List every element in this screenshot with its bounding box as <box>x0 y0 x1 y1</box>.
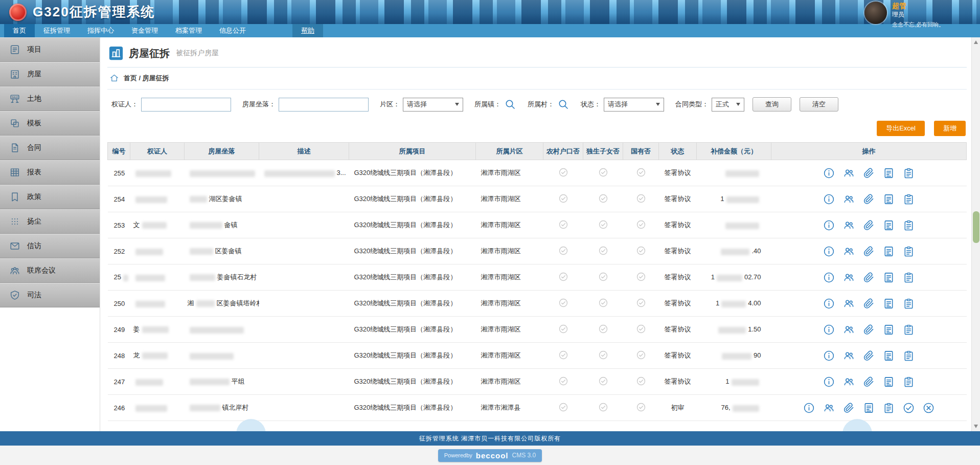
table-row[interactable]: 252区姜畲镇G320绕城线三期项目（湘潭县段）湘潭市雨湖区签署协议.40 <box>108 238 967 264</box>
village-search-icon[interactable] <box>557 98 569 110</box>
attachment-icon[interactable] <box>863 350 875 362</box>
avatar[interactable] <box>864 2 887 24</box>
attachment-icon[interactable] <box>843 402 855 414</box>
attachment-icon[interactable] <box>863 272 875 283</box>
form-icon[interactable] <box>883 167 895 179</box>
town-search-icon[interactable] <box>504 98 516 110</box>
export-excel-button[interactable]: 导出Excel <box>877 121 925 136</box>
clipboard-icon[interactable] <box>883 402 895 414</box>
scroll-up-arrow-icon[interactable] <box>974 40 978 44</box>
members-icon[interactable] <box>843 272 855 283</box>
attachment-icon[interactable] <box>863 193 875 205</box>
attachment-icon[interactable] <box>863 167 875 179</box>
clipboard-icon[interactable] <box>903 193 915 205</box>
info-icon[interactable] <box>823 219 835 231</box>
column-header-1[interactable]: 权证人 <box>130 143 185 160</box>
members-icon[interactable] <box>843 246 855 257</box>
form-icon[interactable] <box>883 193 895 205</box>
column-header-8[interactable]: 国有否 <box>623 143 659 160</box>
column-header-10[interactable]: 补偿金额（元） <box>697 143 771 160</box>
form-icon[interactable] <box>883 350 895 362</box>
info-icon[interactable] <box>823 193 835 205</box>
info-icon[interactable] <box>823 350 835 362</box>
sidebar-item-5[interactable]: 报表 <box>0 160 100 185</box>
clipboard-icon[interactable] <box>903 324 915 336</box>
column-header-2[interactable]: 房屋坐落 <box>185 143 259 160</box>
sidebar-item-9[interactable]: 联席会议 <box>0 258 100 283</box>
info-icon[interactable] <box>823 298 835 309</box>
attachment-icon[interactable] <box>863 376 875 388</box>
form-icon[interactable] <box>883 272 895 283</box>
table-row[interactable]: 247平组G320绕城线三期项目（湘潭县段）湘潭市雨湖区签署协议1 <box>108 369 967 395</box>
home-icon[interactable] <box>109 73 119 83</box>
info-icon[interactable] <box>823 324 835 336</box>
members-icon[interactable] <box>843 376 855 388</box>
form-icon[interactable] <box>863 402 875 414</box>
approve-icon[interactable] <box>903 402 915 414</box>
column-header-0[interactable]: 编号 <box>108 143 130 160</box>
clipboard-icon[interactable] <box>903 167 915 179</box>
clipboard-icon[interactable] <box>903 376 915 388</box>
column-header-7[interactable]: 独生子女否 <box>583 143 623 160</box>
nav-item-4[interactable]: 档案管理 <box>167 24 211 37</box>
reject-icon[interactable] <box>923 402 935 414</box>
sidebar-item-10[interactable]: 司法 <box>0 283 100 307</box>
sidebar-item-8[interactable]: 信访 <box>0 234 100 258</box>
sidebar-item-1[interactable]: 房屋 <box>0 62 100 86</box>
table-row[interactable]: 249姜G320绕城线三期项目（湘潭县段）湘潭市雨湖区签署协议1.50 <box>108 317 967 343</box>
nav-item-0[interactable]: 首页 <box>4 24 35 37</box>
form-icon[interactable] <box>883 298 895 309</box>
clipboard-icon[interactable] <box>903 219 915 231</box>
owner-filter-input[interactable] <box>141 98 231 112</box>
address-filter-input[interactable] <box>279 98 369 112</box>
attachment-icon[interactable] <box>863 246 875 257</box>
table-row[interactable]: 2553...G320绕城线三期项目（湘潭县段）湘潭市雨湖区签署协议 <box>108 160 967 186</box>
form-icon[interactable] <box>883 219 895 231</box>
query-button[interactable]: 查询 <box>753 97 791 112</box>
members-icon[interactable] <box>843 219 855 231</box>
sidebar-item-7[interactable]: 扬尘 <box>0 209 100 234</box>
column-header-9[interactable]: 状态 <box>659 143 697 160</box>
scrollbar-thumb[interactable] <box>973 211 979 243</box>
nav-item-1[interactable]: 征拆管理 <box>35 24 79 37</box>
members-icon[interactable] <box>843 350 855 362</box>
attachment-icon[interactable] <box>863 324 875 336</box>
breadcrumb-text[interactable]: 首页 / 房屋征拆 <box>124 74 169 83</box>
members-icon[interactable] <box>843 298 855 309</box>
status-filter-select[interactable]: 请选择 <box>604 98 664 112</box>
members-icon[interactable] <box>843 193 855 205</box>
nav-item-2[interactable]: 指挥中心 <box>79 24 123 37</box>
clipboard-icon[interactable] <box>903 298 915 309</box>
info-icon[interactable] <box>823 167 835 179</box>
column-header-4[interactable]: 所属项目 <box>349 143 476 160</box>
area-filter-select[interactable]: 请选择 <box>403 98 463 112</box>
clipboard-icon[interactable] <box>903 272 915 283</box>
contract-type-select[interactable]: 正式 <box>712 98 744 112</box>
scroll-down-arrow-icon[interactable] <box>974 425 978 428</box>
nav-item-3[interactable]: 资金管理 <box>123 24 167 37</box>
info-icon[interactable] <box>823 272 835 283</box>
vertical-scrollbar[interactable] <box>971 37 980 431</box>
sidebar-item-0[interactable]: 项目 <box>0 37 100 62</box>
clear-button[interactable]: 清空 <box>800 97 838 112</box>
table-row[interactable]: 253文畲镇G320绕城线三期项目（湘潭县段）湘潭市雨湖区签署协议 <box>108 212 967 238</box>
nav-item-5[interactable]: 信息公开 <box>211 24 255 37</box>
table-row[interactable]: 254湖区姜畲镇G320绕城线三期项目（湘潭县段）湘潭市雨湖区签署协议1 <box>108 186 967 212</box>
column-header-5[interactable]: 所属片区 <box>476 143 543 160</box>
sidebar-item-3[interactable]: 模板 <box>0 111 100 136</box>
clipboard-icon[interactable] <box>903 350 915 362</box>
table-row[interactable]: 250湘区姜畲镇塔岭村G320绕城线三期项目（湘潭县段）湘潭市雨湖区签署协议14… <box>108 291 967 317</box>
form-icon[interactable] <box>883 246 895 257</box>
sidebar-item-2[interactable]: SALE土地 <box>0 86 100 111</box>
column-header-11[interactable]: 操作 <box>771 143 967 160</box>
members-icon[interactable] <box>843 324 855 336</box>
members-icon[interactable] <box>843 167 855 179</box>
table-row[interactable]: 246镇北岸村G320绕城线三期项目（湘潭县段）湘潭市湘潭县初审76, <box>108 395 967 421</box>
column-header-6[interactable]: 农村户口否 <box>543 143 583 160</box>
user-panel[interactable]: 超管 理员 念念不忘,必有回响。 <box>864 2 944 28</box>
info-icon[interactable] <box>823 376 835 388</box>
clipboard-icon[interactable] <box>903 246 915 257</box>
form-icon[interactable] <box>883 376 895 388</box>
column-header-3[interactable]: 描述 <box>259 143 349 160</box>
sidebar-item-6[interactable]: 政策 <box>0 185 100 209</box>
